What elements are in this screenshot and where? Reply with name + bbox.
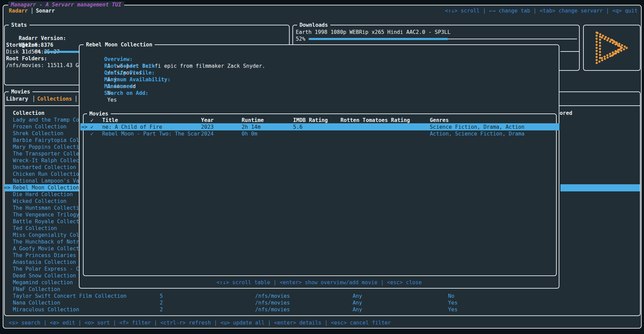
- field-monitored: Monitored: No: [85, 76, 136, 83]
- collection-details-modal: Rebel Moon Collection Overview: A two-pa…: [79, 44, 559, 289]
- tab-sonarr[interactable]: Sonarr: [36, 7, 55, 14]
- collection-list-item[interactable]: FNaF Collection: [13, 286, 60, 293]
- search-on-add-cell: No: [448, 293, 454, 299]
- download-progress-track: [448, 39, 577, 39]
- collection-list-item[interactable]: Chicken Run Collectio: [13, 171, 79, 178]
- collection-list-item[interactable]: The Huntsman Collecti: [13, 205, 79, 211]
- monitored-check-icon: ✓: [90, 130, 93, 137]
- collection-list-item[interactable]: Dead Snow Collection: [13, 272, 76, 279]
- title-column-header: Title: [102, 117, 118, 124]
- uptime: Uptime: 31d 04:35:37: [6, 35, 60, 42]
- collection-list-item-selected[interactable]: Rebel Moon Collection: [13, 184, 79, 191]
- movie-title-cell: Rebel Moon - Part Two: The Scar: [102, 130, 200, 137]
- collection-list-item[interactable]: The Transporter Colle: [13, 150, 79, 157]
- collection-list-item[interactable]: The Princess Diaries: [13, 252, 76, 259]
- modal-movies-box: Movies: [83, 113, 557, 276]
- movie-year-cell: 2023: [201, 124, 214, 130]
- root-folder-value: /nfs/movies: 11511.43 GB: [6, 62, 82, 69]
- search-on-add-label: Search on Add:: [104, 90, 149, 96]
- radarr-version: Radarr Version: 5.2.6.8376: [6, 28, 69, 35]
- collection-list-item[interactable]: Frozen Collection: [13, 123, 67, 130]
- field-overview: Overview: A two-part sci-fi epic from fi…: [85, 49, 265, 56]
- root-folders-label: Root Folders:: [6, 55, 47, 62]
- collection-list-item[interactable]: The Hunchback of Notr: [13, 238, 79, 245]
- collection-list-item[interactable]: The Vengeance Trilogy: [13, 211, 79, 218]
- runtime-column-header: Runtime: [242, 117, 264, 124]
- rotten-tomatoes-column-header: Rotten Tomatoes Rating: [340, 117, 410, 124]
- downloads-panel-title: Downloads: [297, 22, 330, 28]
- movies-tab-separator-2: │: [74, 96, 77, 102]
- collection-list-item[interactable]: A Goofy Movie Collect: [13, 245, 79, 252]
- bottom-keybind-help: <s> search | <e> edit | <o> sort | <f> f…: [9, 319, 391, 326]
- collection-list-item[interactable]: Wreck-It Ralph Collec: [13, 157, 79, 164]
- modal-title: Rebel Moon Collection: [84, 41, 155, 48]
- collection-list-item[interactable]: Anastasia Collection: [13, 259, 76, 266]
- selected-collection-marker: =>: [4, 184, 10, 191]
- field-search-on-add: Search on Add: Yes: [85, 83, 149, 90]
- search-on-add-value: Yes: [107, 97, 117, 103]
- stats-panel-title: Stats: [9, 22, 29, 28]
- movie-runtime-cell: 0h 0m: [242, 130, 258, 137]
- tab-separator: │: [30, 7, 34, 14]
- movie-genres-cell: Action, Science Fiction, Drama: [430, 130, 525, 137]
- collection-column-header: Collection: [13, 110, 44, 117]
- root-folder-cell: /nfs/movies: [255, 299, 290, 306]
- movie-title-cell: ne: A Child of Fire: [102, 124, 162, 130]
- collection-list-item[interactable]: Shrek Collection: [13, 130, 63, 137]
- row-marker: =>: [81, 124, 88, 130]
- movies-count-cell: 2: [160, 306, 163, 313]
- year-column-header: Year: [201, 117, 214, 124]
- disk-usage-label: Disk 1: 56%: [6, 48, 41, 55]
- movie-runtime-cell: 2h 14m: [242, 124, 261, 130]
- collection-list-item[interactable]: Die Hard Collection: [13, 191, 73, 198]
- collection-list-item[interactable]: Battle Royale Collect: [13, 218, 79, 225]
- collection-list-item[interactable]: Ted Collection: [13, 225, 57, 232]
- collection-list-item[interactable]: Miss Congeniality Col: [13, 232, 79, 238]
- quality-profile-cell: Any: [353, 293, 362, 299]
- root-folder-cell: /nfs/movies: [255, 306, 290, 313]
- storage-label: Storage:: [6, 42, 31, 48]
- movie-genres-cell: Science Fiction, Drama, Action: [430, 124, 525, 130]
- collection-list-item[interactable]: Uncharted Collection: [13, 164, 76, 171]
- collection-list-item[interactable]: National Lampoon's Va: [13, 178, 79, 184]
- movies-panel-title: Movies: [9, 88, 32, 95]
- download-item-title: Earth 1998 1080p WEBRip x265 Hindi AAC2.…: [296, 29, 450, 36]
- movies-count-cell: 2: [160, 299, 163, 306]
- collection-name-cell: Miraculous Collection: [13, 306, 79, 313]
- top-keybind-help: <↑↓> scroll | ←→ change tab | <tab> chan…: [406, 7, 638, 14]
- play-triangle-logo-icon: [593, 30, 631, 66]
- download-progress-bar: [309, 38, 448, 40]
- modal-keybind-help: <↑↓> scroll table | <enter> show overvie…: [80, 279, 559, 286]
- modal-movies-box-title: Movies: [87, 110, 111, 117]
- collection-name-cell: Nana Collection: [13, 299, 60, 306]
- tab-library[interactable]: Library: [6, 96, 28, 102]
- tab-collections[interactable]: Collections: [37, 96, 72, 102]
- movies-count-cell: 5: [160, 293, 163, 299]
- field-minimum-availability: Minimum Availability: Announced: [85, 69, 171, 76]
- collection-list-item[interactable]: Wicked Collection: [13, 198, 67, 205]
- collection-list-item[interactable]: Barbie Fairytopia Col: [13, 137, 79, 144]
- selected-collection-highlight-fragment: [560, 184, 640, 191]
- imdb-rating-column-header: IMDB Rating: [293, 117, 328, 124]
- collection-name-cell: Taylor Swift Concert Film Collection: [13, 293, 127, 299]
- download-progress-label: 52%: [296, 36, 305, 42]
- app-title: Managarr - A Servarr management TUI: [8, 1, 124, 8]
- collection-list-item[interactable]: Lady and the Tramp Co: [13, 117, 79, 123]
- movie-imdb-cell: 5.6: [293, 124, 303, 130]
- quality-profile-cell: Any: [353, 299, 362, 306]
- root-folder-cell: /nfs/movies: [255, 293, 290, 299]
- movie-year-cell: 2024: [201, 130, 214, 137]
- download-progress-track-fragment: [560, 51, 579, 52]
- collection-list-item[interactable]: The Polar Express - C: [13, 266, 79, 272]
- movies-tab-separator: │: [32, 96, 35, 102]
- field-root-folder-path: Root Folder Path: /nfs/movies: [85, 56, 158, 63]
- field-quality-profile: Quality Profile: Any: [85, 63, 155, 69]
- collection-list-item[interactable]: Mary Poppins Collecti: [13, 144, 79, 150]
- tab-radarr[interactable]: Radarr: [9, 7, 28, 14]
- collection-list-item[interactable]: Megamind collection: [13, 279, 73, 286]
- managarr-screen: Managarr - A Servarr management TUI Rada…: [0, 0, 644, 334]
- search-on-add-cell: Yes: [448, 306, 458, 313]
- search-on-add-cell: Yes: [448, 299, 458, 306]
- genres-column-header: Genres: [430, 117, 449, 124]
- quality-profile-cell: Any: [353, 306, 362, 313]
